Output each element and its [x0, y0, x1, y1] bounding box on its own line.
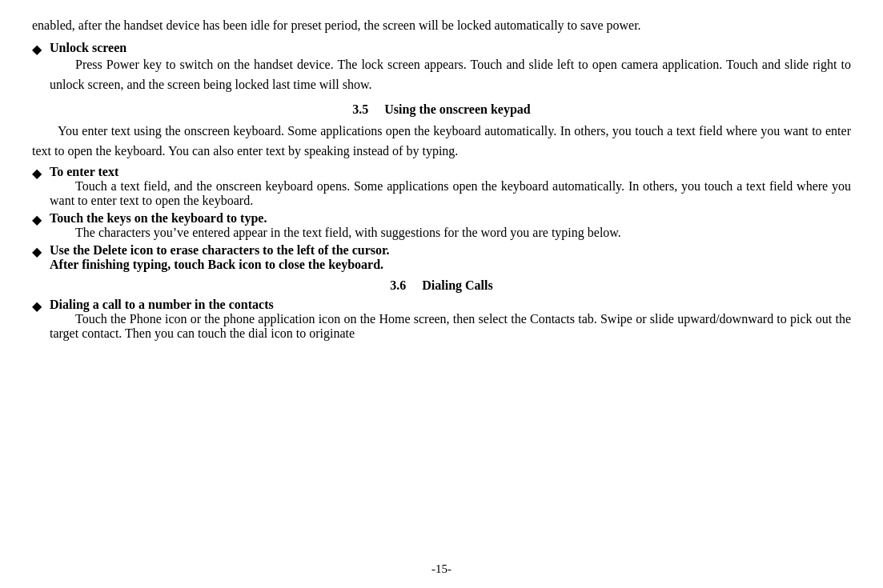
dialing-contact-item: ◆ Dialing a call to a number in the cont… [32, 298, 851, 341]
touch-keys-item: ◆ Touch the keys on the keyboard to type… [32, 211, 851, 240]
to-enter-text-body: Touch a text field, and the onscreen key… [50, 179, 851, 208]
use-delete-line2: After finishing typing, touch Back icon … [50, 258, 383, 271]
touch-keys-label: Touch the keys on the keyboard to type. [50, 211, 267, 225]
bullet-diamond-touch-icon: ◆ [32, 212, 42, 227]
section-35-title: Using the onscreen keypad [384, 102, 530, 116]
section-35-intro: You enter text using the onscreen keyboa… [32, 122, 851, 162]
unlock-screen-label: Unlock screen [50, 41, 126, 54]
section-35-heading: 3.5Using the onscreen keypad [32, 102, 851, 117]
bullet-diamond-enter-icon: ◆ [32, 166, 42, 181]
page-container: enabled, after the handset device has be… [0, 0, 883, 588]
use-delete-line1: Use the Delete icon to erase characters … [50, 243, 390, 257]
touch-keys-content: Touch the keys on the keyboard to type. … [50, 211, 851, 240]
section-36-heading: 3.6Dialing Calls [32, 278, 851, 293]
section-35-number: 3.5 [352, 102, 368, 116]
touch-keys-body: The characters you’ve entered appear in … [50, 226, 851, 240]
intro-text: enabled, after the handset device has be… [32, 18, 641, 32]
use-delete-item: ◆ Use the Delete icon to erase character… [32, 243, 851, 272]
intro-paragraph: enabled, after the handset device has be… [32, 16, 851, 36]
to-enter-text-content: To enter text Touch a text field, and th… [50, 165, 851, 208]
use-delete-content: Use the Delete icon to erase characters … [50, 243, 851, 272]
section-36-number: 3.6 [390, 278, 406, 292]
bullet-diamond-icon: ◆ [32, 42, 42, 57]
unlock-screen-body: Press Power key to switch on the handset… [50, 55, 851, 95]
bullet-diamond-dialing-icon: ◆ [32, 298, 42, 314]
unlock-screen-content: Unlock screen Press Power key to switch … [50, 41, 851, 95]
dialing-contact-content: Dialing a call to a number in the contac… [50, 298, 851, 341]
bullet-diamond-delete-icon: ◆ [32, 244, 42, 259]
dialing-contact-label: Dialing a call to a number in the contac… [50, 298, 274, 311]
unlock-screen-item: ◆ Unlock screen Press Power key to switc… [32, 41, 851, 95]
section-36-title: Dialing Calls [422, 278, 492, 292]
to-enter-text-item: ◆ To enter text Touch a text field, and … [32, 165, 851, 208]
page-number: -15- [0, 562, 883, 576]
dialing-contact-body: Touch the Phone icon or the phone applic… [50, 312, 851, 341]
to-enter-text-label: To enter text [50, 165, 118, 178]
